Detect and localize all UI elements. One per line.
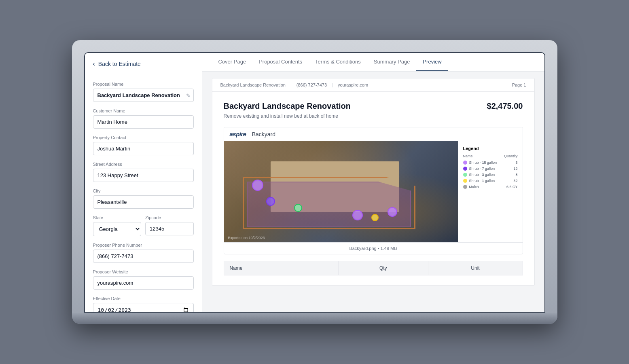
back-arrow-icon: ‹ [93,60,95,68]
items-table: Name Qty Unit [224,261,523,275]
legend-item-left: Mulch [463,185,479,189]
legend-item-left: Shrub - 1 gallon [463,179,495,183]
proposal-price: $2,475.00 [487,102,523,111]
legend-name-header: Name [463,154,473,158]
plant-dot-6 [371,214,379,221]
doc-body: Backyard Landscape Renovation $2,475.00 … [212,92,534,285]
legend-item-name: Shrub - 15 gallon [469,161,497,165]
property-contact-input[interactable] [93,142,194,155]
legend-qty-header: Quantity [504,154,518,158]
back-label: Back to Estimate [98,61,141,67]
street-address-label: Street Address [93,162,194,167]
preview-area: Backyard Landscape Renovation | (866) 72… [202,72,544,312]
effective-date-label: Effective Date [93,296,194,301]
website-input[interactable] [93,276,194,290]
proposal-name-input[interactable] [93,89,194,102]
legend-item-name: Mulch [469,185,479,189]
legend-dot [463,173,467,177]
aspire-logo: aspire [230,131,246,138]
landscape-section-title: Backyard [252,131,275,138]
legend-item-qty: 3 [515,161,517,165]
back-to-estimate-button[interactable]: ‹ Back to Estimate [85,53,202,75]
zipcode-field: Zipcode [145,215,194,236]
proposal-title-row: Backyard Landscape Renovation $2,475.00 [224,102,523,111]
legend-item-left: Shrub - 15 gallon [463,161,497,165]
proposal-name-field: Proposal Name ✎ [93,82,194,102]
phone-label: Proposer Phone Number [93,243,194,248]
landscape-section: aspire Backyard [224,127,523,254]
legend-item-qty: 32 [513,179,517,183]
city-label: City [93,188,194,193]
tab-summary-page[interactable]: Summary Page [367,53,417,71]
plant-dot-1 [252,180,263,191]
plant-dot-3 [294,204,302,212]
sidebar-form: Proposal Name ✎ Customer Name Property C… [85,75,202,312]
image-filename: Backyard.png • 1.49 MB [224,242,523,254]
legend-item: Shrub - 15 gallon 3 [463,161,518,165]
laptop-base [72,313,557,324]
phone-input[interactable] [93,250,194,263]
legend-dot [463,179,467,183]
zipcode-label: Zipcode [145,215,194,220]
effective-date-field: Effective Date [93,296,194,312]
city-input[interactable] [93,195,194,209]
property-contact-field: Property Contact [93,135,194,155]
effective-date-input[interactable] [93,303,194,312]
street-address-input[interactable] [93,169,194,182]
doc-website: youraspire.com [338,83,368,87]
tab-cover-page[interactable]: Cover Page [212,53,253,71]
legend-item: Shrub - 3 gallon 8 [463,173,518,177]
table-col-unit: Unit [428,261,523,275]
tabs-bar: Cover Page Proposal Contents Terms & Con… [202,53,544,72]
table-col-qty: Qty [339,261,428,275]
website-label: Proposer Website [93,269,194,274]
legend-item-left: Shrub - 3 gallon [463,173,495,177]
landscape-header: aspire Backyard [224,127,523,141]
edit-icon: ✎ [186,92,191,98]
property-contact-label: Property Contact [93,135,194,140]
legend-item-name: Shrub - 7 gallon [469,167,495,171]
legend-dot [463,167,467,171]
legend-title: Legend [463,146,518,151]
preview-document: Backyard Landscape Renovation | (866) 72… [212,78,535,286]
street-address-field: Street Address [93,162,194,182]
main-content: Cover Page Proposal Contents Terms & Con… [202,53,544,312]
zipcode-input[interactable] [145,222,194,235]
city-field: City [93,188,194,209]
legend-item-name: Shrub - 1 gallon [469,179,495,183]
proposal-name-label: Proposal Name [93,82,194,87]
legend-item: Shrub - 7 gallon 12 [463,167,518,171]
legend-item-qty: 8 [515,173,517,177]
sidebar: ‹ Back to Estimate Proposal Name ✎ Custo… [85,53,202,312]
legend-items: Shrub - 15 gallon 3 Shrub - 7 gallon 12 … [463,161,518,189]
landscape-body: Exported on 10/2/2023 Legend Name Quanti… [224,141,523,242]
aerial-image: Exported on 10/2/2023 [224,141,458,242]
plant-dot-2 [266,197,275,206]
legend-item-qty: 12 [513,167,517,171]
state-field: State Georgia [93,215,142,236]
state-zip-row: State Georgia Zipcode [93,215,194,243]
customer-name-label: Customer Name [93,108,194,113]
legend-item-qty: 6.6 CY [506,185,518,189]
website-field: Proposer Website [93,269,194,290]
state-select[interactable]: Georgia [93,222,142,236]
state-label: State [93,215,142,220]
legend-panel: Legend Name Quantity Shrub - 15 gallon 3 [458,141,523,242]
tab-terms-conditions[interactable]: Terms & Conditions [309,53,367,71]
tab-proposal-contents[interactable]: Proposal Contents [252,53,309,71]
legend-item-left: Shrub - 7 gallon [463,167,495,171]
doc-company: Backyard Landscape Renovation [220,83,286,87]
legend-item: Mulch 6.6 CY [463,185,518,189]
customer-name-input[interactable] [93,115,194,129]
proposal-title: Backyard Landscape Renovation [224,102,351,111]
doc-header-left: Backyard Landscape Renovation | (866) 72… [220,83,369,87]
proposal-subtitle: Remove existing and install new bed at b… [224,113,523,119]
doc-phone: (866) 727-7473 [296,83,327,87]
legend-item-name: Shrub - 3 gallon [469,173,495,177]
export-note: Exported on 10/2/2023 [228,236,265,240]
legend-item: Shrub - 1 gallon 32 [463,179,518,183]
doc-page: Page 1 [512,83,526,87]
tab-preview[interactable]: Preview [416,53,448,71]
phone-field: Proposer Phone Number [93,243,194,263]
legend-dot [463,161,467,165]
